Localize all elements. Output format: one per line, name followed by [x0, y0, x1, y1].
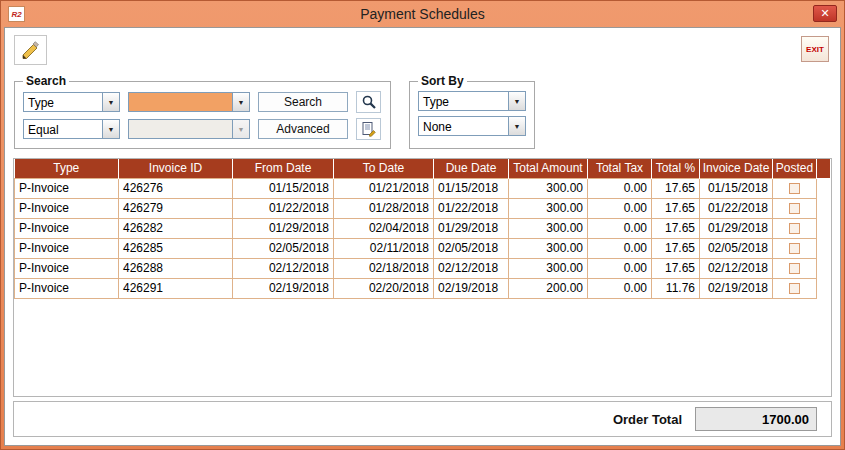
table-cell: 01/15/2018: [700, 178, 773, 198]
table-cell: 17.65: [652, 218, 700, 238]
column-header-to-date[interactable]: To Date: [334, 159, 434, 178]
search-icon: [361, 94, 377, 110]
table-cell: 02/11/2018: [334, 238, 434, 258]
table-cell: P-Invoice: [15, 238, 119, 258]
column-header-from-date[interactable]: From Date: [233, 159, 334, 178]
table-cell: 0.00: [588, 218, 652, 238]
report-icon: [361, 121, 377, 137]
table-cell: 300.00: [509, 238, 588, 258]
posted-checkbox[interactable]: [789, 183, 800, 194]
column-header-posted[interactable]: Posted: [773, 159, 817, 178]
column-header-total-amount[interactable]: Total Amount: [509, 159, 588, 178]
column-header-total-[interactable]: Total %: [652, 159, 700, 178]
table-cell: 02/19/2018: [434, 278, 509, 298]
combo-value: [129, 129, 232, 130]
table-cell: 01/22/2018: [434, 198, 509, 218]
table-cell-posted: [773, 278, 817, 298]
table-cell-posted: [773, 258, 817, 278]
order-total-label: Order Total: [613, 412, 682, 427]
column-header-invoice-id[interactable]: Invoice ID: [119, 159, 233, 178]
table-cell: 02/04/2018: [334, 218, 434, 238]
posted-checkbox[interactable]: [789, 223, 800, 234]
column-header-invoice-date[interactable]: Invoice Date: [700, 159, 773, 178]
table-cell: 02/05/2018: [700, 238, 773, 258]
table-row[interactable]: P-Invoice42627601/15/201801/21/201801/15…: [15, 178, 831, 198]
table-row[interactable]: P-Invoice42627901/22/201801/28/201801/22…: [15, 198, 831, 218]
chevron-down-icon[interactable]: ▼: [508, 92, 525, 110]
table-cell: 300.00: [509, 258, 588, 278]
table-cell: 17.65: [652, 198, 700, 218]
table-cell: 02/12/2018: [233, 258, 334, 278]
chevron-down-icon[interactable]: ▼: [232, 93, 249, 111]
table-header-row: TypeInvoice IDFrom DateTo DateDue DateTo…: [15, 159, 831, 178]
posted-checkbox[interactable]: [789, 243, 800, 254]
table-cell: 01/15/2018: [233, 178, 334, 198]
table-cell: 01/22/2018: [233, 198, 334, 218]
table-cell: 200.00: [509, 278, 588, 298]
advanced-button[interactable]: Advanced: [258, 119, 348, 139]
table-cell: 01/21/2018: [334, 178, 434, 198]
column-header-type[interactable]: Type: [15, 159, 119, 178]
table-row[interactable]: P-Invoice42628502/05/201802/11/201802/05…: [15, 238, 831, 258]
table-cell-posted: [773, 218, 817, 238]
search-field-combo[interactable]: Type ▼: [23, 92, 120, 112]
table-cell: 426282: [119, 218, 233, 238]
table-cell: 02/05/2018: [233, 238, 334, 258]
table-cell: 300.00: [509, 198, 588, 218]
column-header-due-date[interactable]: Due Date: [434, 159, 509, 178]
search-value-combo[interactable]: ▼: [128, 92, 250, 112]
close-icon: ✕: [820, 8, 829, 19]
table-cell: 0.00: [588, 278, 652, 298]
chevron-down-icon[interactable]: ▼: [102, 120, 119, 138]
table-cell: 02/20/2018: [334, 278, 434, 298]
combo-value: [129, 102, 232, 103]
table-cell-filler: [817, 238, 831, 258]
search-lookup-button[interactable]: [356, 91, 381, 113]
search-button[interactable]: Search: [258, 92, 348, 112]
table-cell: P-Invoice: [15, 198, 119, 218]
chevron-down-icon[interactable]: ▼: [102, 93, 119, 111]
window-content: EXIT Search Type ▼ ▼ Search: [4, 27, 841, 446]
advanced-report-button[interactable]: [356, 118, 381, 140]
table-cell: 11.76: [652, 278, 700, 298]
titlebar[interactable]: R2 Payment Schedules ✕: [4, 1, 841, 27]
search-value-secondary-combo: ▼: [128, 119, 250, 139]
search-group-label: Search: [23, 74, 69, 88]
table-cell-posted: [773, 238, 817, 258]
table-cell-filler: [817, 198, 831, 218]
table-row[interactable]: P-Invoice42628802/12/201802/18/201802/12…: [15, 258, 831, 278]
table-cell: 01/29/2018: [434, 218, 509, 238]
search-operator-combo[interactable]: Equal ▼: [23, 119, 120, 139]
footer-bar: Order Total 1700.00: [13, 401, 832, 437]
posted-checkbox[interactable]: [789, 203, 800, 214]
table-cell: 0.00: [588, 198, 652, 218]
table-cell: 02/19/2018: [233, 278, 334, 298]
edit-button[interactable]: [14, 35, 47, 65]
column-header-filler: [817, 159, 831, 178]
combo-value: None: [419, 119, 508, 134]
table-cell: 426288: [119, 258, 233, 278]
sort-secondary-combo[interactable]: None ▼: [418, 116, 526, 136]
column-header-total-tax[interactable]: Total Tax: [588, 159, 652, 178]
table-row[interactable]: P-Invoice42629102/19/201802/20/201802/19…: [15, 278, 831, 298]
close-button[interactable]: ✕: [813, 5, 837, 22]
posted-checkbox[interactable]: [789, 263, 800, 274]
table-cell: 0.00: [588, 258, 652, 278]
sort-primary-combo[interactable]: Type ▼: [418, 91, 526, 111]
table-cell: P-Invoice: [15, 278, 119, 298]
table-cell-filler: [817, 218, 831, 238]
exit-button[interactable]: EXIT: [801, 36, 829, 62]
table-cell-filler: [817, 178, 831, 198]
search-group: Search Type ▼ ▼ Search: [14, 74, 391, 149]
table-cell: 01/15/2018: [434, 178, 509, 198]
table-row[interactable]: P-Invoice42628201/29/201802/04/201801/29…: [15, 218, 831, 238]
posted-checkbox[interactable]: [789, 283, 800, 294]
controls-row: Search Type ▼ ▼ Search: [5, 74, 840, 149]
chevron-down-icon[interactable]: ▼: [508, 117, 525, 135]
table-cell: P-Invoice: [15, 258, 119, 278]
table-cell: 300.00: [509, 218, 588, 238]
sort-by-group: Sort By Type ▼ None ▼: [409, 74, 535, 149]
table-cell-posted: [773, 198, 817, 218]
table-cell: 01/29/2018: [700, 218, 773, 238]
table-cell: 426285: [119, 238, 233, 258]
